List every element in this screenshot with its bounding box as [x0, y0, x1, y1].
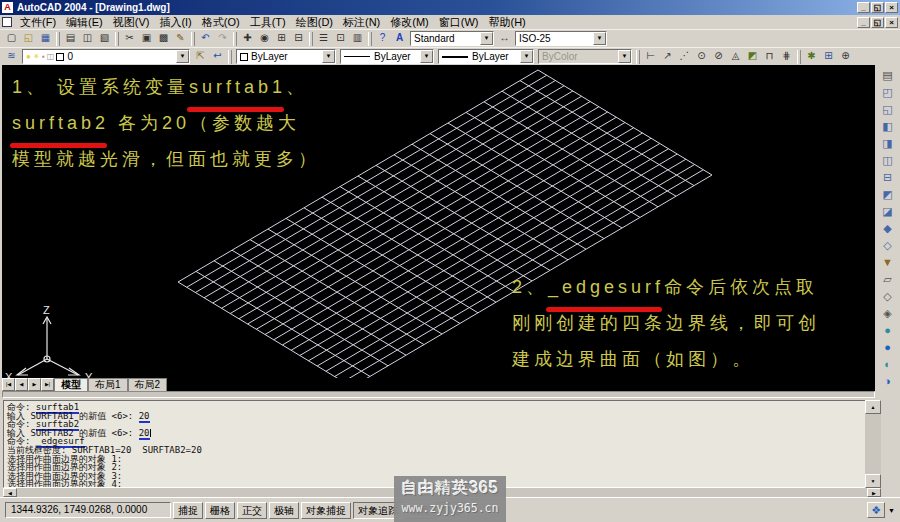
top-view-icon[interactable]: ◰ — [878, 84, 897, 101]
snap-parallel-icon[interactable]: ⋕ — [778, 49, 795, 64]
undo-icon[interactable]: ↶ — [197, 31, 214, 46]
snap-quadrant-icon[interactable]: ◬ — [727, 49, 744, 64]
help-icon[interactable]: ? — [374, 31, 391, 46]
tab-nav-button-0[interactable]: |◀ — [2, 378, 15, 391]
se-isometric-view-icon[interactable]: ◪ — [878, 203, 897, 220]
command-line-window[interactable]: 命令: surftab1输入 SURFTAB1 的新值 <6>: 20命令: s… — [3, 400, 865, 488]
drawing-canvas[interactable]: 1、 设置系统变量surftab1、surftab2 各为20（参数越大模型就越… — [2, 65, 875, 378]
zoom-window-icon[interactable]: ⊞ — [273, 31, 290, 46]
gouraud-shaded-icon[interactable]: ● — [878, 339, 897, 356]
menu-item-4[interactable]: 格式(O) — [197, 15, 245, 29]
minimize-button[interactable]: _ — [857, 2, 870, 13]
copy-icon[interactable]: ▣ — [138, 31, 155, 46]
save-icon[interactable]: ▦ — [37, 31, 54, 46]
snap-tangent-icon[interactable]: ⊘ — [710, 49, 727, 64]
status-toggle-4[interactable]: 对象捕捉 — [301, 502, 351, 519]
tab-layout2[interactable]: 布局2 — [128, 378, 168, 391]
dim-style-combo[interactable]: ISO-25 ▼ — [515, 31, 607, 46]
make-object-layer-current-icon[interactable]: ⇱ — [192, 49, 209, 64]
color-combo[interactable]: ByLayer ▼ — [236, 49, 336, 64]
status-toggle-1[interactable]: 栅格 — [205, 502, 235, 519]
tool-palettes-icon[interactable]: ▥ — [349, 31, 366, 46]
communication-center-icon[interactable]: ❖ — [867, 502, 885, 518]
close-button[interactable]: × — [885, 2, 898, 13]
text-style-icon[interactable]: A — [391, 31, 408, 46]
combo-arrow-icon[interactable]: ▼ — [520, 50, 533, 63]
status-toggle-0[interactable]: 捕捉 — [173, 502, 203, 519]
back-view-icon[interactable]: ⊟ — [878, 169, 897, 186]
status-toggle-2[interactable]: 正交 — [237, 502, 267, 519]
3d-wireframe-icon[interactable]: ◇ — [878, 288, 897, 305]
hidden-shade-icon[interactable]: ◈ — [878, 305, 897, 322]
menu-item-0[interactable]: 文件(F) — [15, 15, 61, 29]
flat-shaded-icon[interactable]: ● — [878, 322, 897, 339]
menu-item-3[interactable]: 插入(I) — [154, 15, 196, 29]
paste-icon[interactable]: ▩ — [155, 31, 172, 46]
scroll-down-icon[interactable]: ▼ — [865, 474, 881, 488]
scroll-left-icon[interactable]: ◀ — [3, 488, 17, 497]
bottom-view-icon[interactable]: ◱ — [878, 101, 897, 118]
menu-item-5[interactable]: 工具(T) — [245, 15, 291, 29]
open-file-icon[interactable]: ◱ — [20, 31, 37, 46]
status-toggle-3[interactable]: 极轴 — [269, 502, 299, 519]
scroll-right-icon[interactable]: ▶ — [867, 488, 881, 497]
menu-item-2[interactable]: 视图(V) — [108, 15, 155, 29]
snap-center-icon[interactable]: ⊙ — [693, 49, 710, 64]
restore-button[interactable]: ◱ — [871, 2, 884, 13]
quick-select-icon[interactable]: ⊞ — [820, 49, 837, 64]
layer-previous-icon[interactable]: ↩ — [209, 49, 226, 64]
text-style-combo[interactable]: Standard ▼ — [410, 31, 494, 46]
tab-nav-button-1[interactable]: ◀ — [15, 378, 28, 391]
front-view-icon[interactable]: ◫ — [878, 152, 897, 169]
right-view-icon[interactable]: ◨ — [878, 135, 897, 152]
snap-from-icon[interactable]: ↗ — [659, 49, 676, 64]
properties-icon[interactable]: ☰ — [315, 31, 332, 46]
snap-endpoint-icon[interactable]: ⋰ — [676, 49, 693, 64]
new-file-icon[interactable]: ▢ — [3, 31, 20, 46]
menu-item-8[interactable]: 修改(M) — [385, 15, 434, 29]
combo-arrow-icon[interactable]: ▼ — [420, 50, 433, 63]
doc-close-button[interactable]: × — [885, 17, 898, 28]
menu-item-1[interactable]: 编辑(E) — [61, 15, 108, 29]
ne-isometric-view-icon[interactable]: ◆ — [878, 220, 897, 237]
snap-intersection-icon[interactable]: ◩ — [744, 49, 761, 64]
doc-minimize-button[interactable]: _ — [857, 17, 870, 28]
linetype-combo[interactable]: ByLayer ▼ — [340, 49, 434, 64]
sw-isometric-view-icon[interactable]: ◩ — [878, 186, 897, 203]
snap-perpendicular-icon[interactable]: ⊓ — [761, 49, 778, 64]
layer-combo[interactable]: ●☀▪◫ 0 ▼ — [22, 49, 190, 64]
tab-nav-button-3[interactable]: ▶| — [41, 378, 54, 391]
menu-item-6[interactable]: 绘图(D) — [291, 15, 338, 29]
nw-isometric-view-icon[interactable]: ◇ — [878, 237, 897, 254]
zoom-previous-icon[interactable]: ⊟ — [290, 31, 307, 46]
doc-restore-button[interactable]: ◱ — [871, 17, 884, 28]
tab-model[interactable]: 模型 — [54, 378, 88, 391]
menu-item-7[interactable]: 标注(N) — [338, 15, 385, 29]
osnap-settings-icon[interactable]: ✱ — [803, 49, 820, 64]
gouraud-shaded-edges-icon[interactable]: ◑ — [878, 373, 897, 390]
more-tools-icon[interactable]: ⊕ — [837, 49, 854, 64]
command-vertical-scrollbar[interactable]: ▲ ▼ — [865, 400, 881, 488]
status-tray-arrow-icon[interactable]: ▼ — [888, 507, 895, 514]
camera-icon[interactable]: ▼ — [878, 254, 897, 271]
combo-arrow-icon[interactable]: ▼ — [480, 32, 493, 45]
designcenter-icon[interactable]: ⊡ — [332, 31, 349, 46]
plot-icon[interactable]: ▤ — [62, 31, 79, 46]
menu-item-9[interactable]: 窗口(W) — [434, 15, 484, 29]
named-views-icon[interactable]: ▤ — [878, 67, 897, 84]
temporary-track-point-icon[interactable]: ⊢ — [642, 49, 659, 64]
combo-arrow-icon[interactable]: ▼ — [593, 32, 606, 45]
scroll-up-icon[interactable]: ▲ — [865, 400, 881, 414]
dim-style-icon[interactable]: ↔ — [496, 31, 513, 46]
zoom-realtime-icon[interactable]: ◉ — [256, 31, 273, 46]
tab-nav-button-2[interactable]: ▶ — [28, 378, 41, 391]
left-view-icon[interactable]: ◧ — [878, 118, 897, 135]
match-properties-icon[interactable]: ✎ — [172, 31, 189, 46]
flat-shaded-edges-icon[interactable]: ◐ — [878, 356, 897, 373]
tab-layout1[interactable]: 布局1 — [88, 378, 128, 391]
combo-arrow-icon[interactable]: ▼ — [176, 50, 189, 63]
cut-icon[interactable]: ✂ — [121, 31, 138, 46]
canvas-horizontal-scrollbar[interactable] — [2, 391, 875, 398]
redo-icon[interactable]: ↷ — [214, 31, 231, 46]
lineweight-combo[interactable]: ByLayer ▼ — [438, 49, 534, 64]
